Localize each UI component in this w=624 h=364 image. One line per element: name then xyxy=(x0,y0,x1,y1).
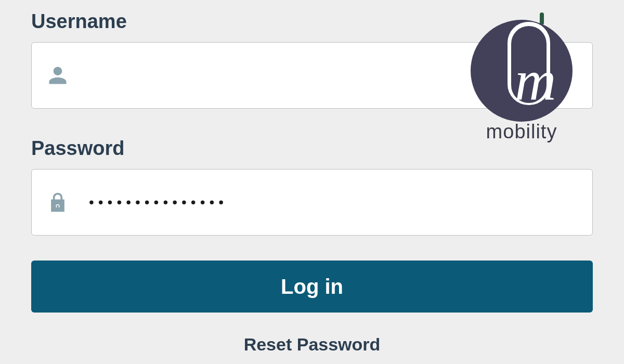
svg-rect-4 xyxy=(57,205,59,209)
user-icon xyxy=(46,64,69,87)
username-input[interactable] xyxy=(89,66,578,85)
reset-password-container: Reset Password xyxy=(31,334,593,355)
username-label: Username xyxy=(31,10,593,33)
password-input[interactable] xyxy=(89,194,578,211)
password-input-container[interactable] xyxy=(31,169,593,236)
login-button[interactable]: Log in xyxy=(31,261,593,313)
reset-password-link[interactable]: Reset Password xyxy=(244,334,381,354)
password-label: Password xyxy=(31,137,593,160)
login-form: Username Password Log in Reset Password xyxy=(0,0,624,355)
lock-icon xyxy=(46,191,69,214)
username-input-container[interactable] xyxy=(31,42,593,109)
